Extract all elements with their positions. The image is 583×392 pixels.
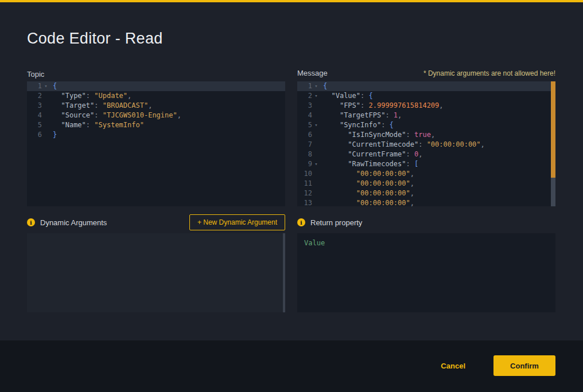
dynamic-arguments-panel: [27, 233, 285, 312]
gutter: 1▾: [27, 81, 50, 91]
code-line: 5 "Name": "SystemInfo": [27, 120, 285, 130]
gutter: 4: [297, 111, 320, 120]
code-line: 6}: [27, 130, 285, 140]
line-number: 11: [297, 179, 312, 189]
line-number: 1: [297, 81, 312, 91]
dynamic-args-note: * Dynamic arguments are not allowed here…: [423, 69, 555, 77]
gutter: 10: [297, 169, 320, 179]
return-property-editor[interactable]: Value: [297, 233, 555, 312]
page-title: Code Editor - Read: [27, 30, 163, 48]
code-line: 1▾{: [27, 81, 285, 91]
code-line: 5▾ "SyncInfo": {: [297, 120, 555, 130]
line-number: 12: [297, 189, 312, 198]
gutter: 12: [297, 189, 320, 198]
message-label: Message: [297, 69, 328, 77]
line-number: 10: [297, 169, 312, 179]
code-line: 13 "00:00:00:00",: [297, 198, 555, 206]
topic-label: Topic: [27, 70, 44, 79]
code-line: 2▾ "Value": {: [297, 91, 555, 101]
info-icon: i: [297, 218, 305, 226]
code-text: "Name": "SystemInfo": [50, 120, 144, 130]
code-text: "CurrentTimecode": "00:00:00:00",: [320, 140, 485, 150]
return-property-value: Value: [304, 239, 325, 247]
line-number: 9: [297, 159, 312, 169]
gutter: 3: [27, 101, 50, 111]
footer-bar: Cancel Confirm: [0, 340, 583, 392]
code-text: "CurrentFrame": 0,: [320, 150, 422, 159]
line-number: 1: [27, 81, 42, 91]
line-number: 3: [297, 101, 312, 111]
gutter: 8: [297, 150, 320, 159]
cancel-button[interactable]: Cancel: [441, 357, 465, 375]
fold-spacer: [42, 120, 50, 130]
dynamic-arguments-header: i Dynamic Arguments + New Dynamic Argume…: [27, 214, 285, 230]
message-code-editor[interactable]: 1▾{2▾ "Value": {3 "FPS": 2.9999976158142…: [297, 81, 555, 206]
dynamic-arguments-label: Dynamic Arguments: [40, 218, 107, 227]
code-text: "Type": "Update",: [50, 91, 131, 101]
line-number: 6: [27, 130, 42, 140]
code-text: }: [50, 130, 57, 140]
new-dynamic-argument-button[interactable]: + New Dynamic Argument: [189, 214, 285, 230]
fold-spacer: [312, 111, 320, 120]
code-line: 10 "00:00:00:00",: [297, 169, 555, 179]
code-text: "00:00:00:00",: [320, 169, 414, 179]
fold-spacer: [312, 130, 320, 140]
gutter: 5: [27, 120, 50, 130]
fold-spacer: [312, 140, 320, 150]
confirm-button[interactable]: Confirm: [493, 355, 555, 376]
top-accent-bar: [0, 0, 583, 2]
fold-spacer: [312, 150, 320, 159]
gutter: 11: [297, 179, 320, 189]
message-label-row: Message * Dynamic arguments are not allo…: [297, 69, 555, 77]
code-line: 1▾{: [297, 81, 555, 91]
line-number: 6: [297, 130, 312, 140]
fold-arrow-icon[interactable]: ▾: [312, 91, 320, 101]
code-line: 11 "00:00:00:00",: [297, 179, 555, 189]
code-text: {: [320, 81, 327, 91]
code-text: "Source": "TJCGWS010-Engine",: [50, 111, 181, 120]
line-number: 5: [27, 120, 42, 130]
scrollbar-thumb[interactable]: [551, 81, 555, 178]
gutter: 1▾: [297, 81, 320, 91]
return-property-header: i Return property: [297, 214, 555, 230]
scrollbar-track: [283, 233, 285, 312]
code-line: 3 "FPS": 2.999997615814209,: [297, 101, 555, 111]
fold-spacer: [42, 101, 50, 111]
topic-label-row: Topic: [27, 69, 285, 79]
fold-arrow-icon[interactable]: ▾: [312, 120, 320, 130]
fold-spacer: [312, 198, 320, 206]
line-number: 7: [297, 140, 312, 150]
code-text: "IsInSyncMode": true,: [320, 130, 435, 140]
code-line: 7 "CurrentTimecode": "00:00:00:00",: [297, 140, 555, 150]
fold-spacer: [312, 179, 320, 189]
code-text: "RawTimecodes": [: [320, 159, 418, 169]
code-line: 6 "IsInSyncMode": true,: [297, 130, 555, 140]
code-text: "Target": "BROADCAST",: [50, 101, 152, 111]
fold-spacer: [312, 169, 320, 179]
line-number: 2: [27, 91, 42, 101]
code-text: "00:00:00:00",: [320, 179, 414, 189]
code-text: "Value": {: [320, 91, 373, 101]
fold-arrow-icon[interactable]: ▾: [312, 159, 320, 169]
gutter: 13: [297, 198, 320, 206]
code-line: 8 "CurrentFrame": 0,: [297, 150, 555, 159]
gutter: 3: [297, 101, 320, 111]
gutter: 2▾: [297, 91, 320, 101]
line-number: 4: [297, 111, 312, 120]
fold-spacer: [42, 111, 50, 120]
fold-arrow-icon[interactable]: ▾: [312, 81, 320, 91]
topic-code-editor[interactable]: 1▾{2 "Type": "Update",3 "Target": "BROAD…: [27, 81, 285, 206]
gutter: 5▾: [297, 120, 320, 130]
info-icon: i: [27, 218, 35, 226]
code-line: 9▾ "RawTimecodes": [: [297, 159, 555, 169]
fold-arrow-icon[interactable]: ▾: [42, 81, 50, 91]
code-text: "SyncInfo": {: [320, 120, 394, 130]
code-text: "TargetFPS": 1,: [320, 111, 402, 120]
code-line: 2 "Type": "Update",: [27, 91, 285, 101]
fold-spacer: [312, 101, 320, 111]
gutter: 6: [27, 130, 50, 140]
gutter: 9▾: [297, 159, 320, 169]
line-number: 8: [297, 150, 312, 159]
code-line: 4 "TargetFPS": 1,: [297, 111, 555, 120]
code-text: {: [50, 81, 57, 91]
